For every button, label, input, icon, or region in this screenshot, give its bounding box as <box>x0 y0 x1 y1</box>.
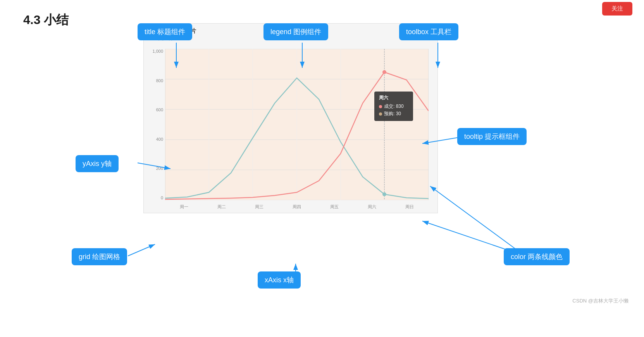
chart-plot: 周六 成交: 830 预购: 30 <box>165 49 429 200</box>
main-content: 4.3 小结 关注 学习吸收效果图片 纯尾虚构 预购 成交 <box>0 0 644 310</box>
x-label-tue: 周二 <box>217 204 226 210</box>
x-label-fri: 周五 <box>330 204 339 210</box>
xaxis-annotation-bubble: xAxis x轴 <box>258 271 301 289</box>
grid-annotation-bubble: grid 绘图网格 <box>72 248 127 265</box>
y-axis-labels: 1,000 800 600 400 200 0 <box>146 49 163 200</box>
x-label-sat: 周六 <box>368 204 376 210</box>
x-label-wed: 周三 <box>255 204 263 210</box>
color-annotation-bubble: color 两条线颜色 <box>504 248 570 265</box>
tooltip-title: 周六 <box>379 95 408 101</box>
x-label-mon: 周一 <box>180 204 188 210</box>
y-label-1000: 1,000 <box>152 49 163 54</box>
toolbox-annotation-bubble: toolbox 工具栏 <box>399 23 458 40</box>
tooltip-annotation-bubble: tooltip 提示框组件 <box>457 128 527 145</box>
chart-tooltip: 周六 成交: 830 预购: 30 <box>374 92 413 121</box>
y-label-200: 200 <box>156 166 163 171</box>
y-label-0: 0 <box>161 195 163 200</box>
tooltip-row-chengjiao: 成交: 830 <box>379 103 408 110</box>
y-label-400: 400 <box>156 137 163 142</box>
chart-svg <box>165 49 429 200</box>
y-label-800: 800 <box>156 78 163 83</box>
x-label-sun: 周日 <box>405 204 414 210</box>
y-label-600: 600 <box>156 107 163 112</box>
tooltip-dot-yugou <box>379 112 382 116</box>
tooltip-label-chengjiao: 成交: 830 <box>384 103 404 110</box>
tooltip-row-yugou: 预购: 30 <box>379 111 408 117</box>
chart-container: 学习吸收效果图片 纯尾虚构 预购 成交 ◆ ⇓ <box>143 23 438 213</box>
tooltip-label-yugou: 预购: 30 <box>384 111 401 117</box>
top-right-button[interactable]: 关注 <box>602 2 632 16</box>
legend-annotation-bubble: legend 图例组件 <box>263 23 328 40</box>
tooltip-dot-chengjiao <box>379 105 382 108</box>
svg-point-15 <box>382 70 386 74</box>
yaxis-annotation-bubble: yAxis y轴 <box>76 155 119 172</box>
x-label-thu: 周四 <box>293 204 301 210</box>
title-annotation-bubble: title 标题组件 <box>138 23 192 40</box>
svg-point-16 <box>382 192 386 196</box>
svg-line-23 <box>128 244 155 256</box>
svg-line-25 <box>430 186 525 256</box>
x-axis-labels: 周一 周二 周三 周四 周五 周六 周日 <box>165 204 429 210</box>
footer-credit: CSDN @吉林大学王小懒 <box>572 297 629 304</box>
